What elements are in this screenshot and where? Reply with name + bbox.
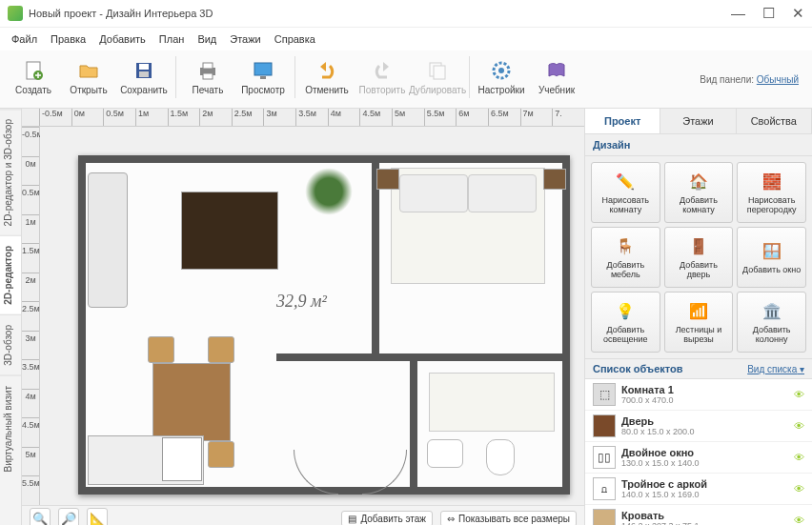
list-view-mode-link[interactable]: Вид списка ▾: [747, 364, 804, 374]
draw-room-button[interactable]: ✏️Нарисовать комнату: [591, 162, 660, 223]
tutorial-label: Учебник: [538, 85, 575, 95]
objects-list: ⬚Комната 1700.0 x 470.0👁 Дверь80.0 x 15.…: [585, 379, 812, 525]
add-room-button[interactable]: 🏠Добавить комнату: [664, 162, 734, 223]
column-icon: 🏛️: [761, 301, 782, 322]
bed-object[interactable]: [391, 168, 545, 284]
svg-rect-3: [139, 64, 149, 70]
toilet-object[interactable]: [486, 439, 515, 475]
add-column-button[interactable]: 🏛️Добавить колонну: [737, 292, 806, 353]
menubar: Файл Правка Добавить План Вид Этажи Спра…: [0, 28, 812, 50]
tab-3d-view[interactable]: 3D-обзор: [0, 314, 21, 375]
add-furniture-button[interactable]: 🪑Добавить мебель: [591, 227, 660, 288]
panel-mode-link[interactable]: Обычный: [757, 74, 799, 85]
menu-file[interactable]: Файл: [6, 31, 43, 47]
draw-partition-button[interactable]: 🧱Нарисовать перегородку: [737, 162, 806, 223]
minimize-button[interactable]: —: [731, 5, 745, 22]
menu-help[interactable]: Справка: [269, 31, 321, 47]
settings-button[interactable]: Настройки: [474, 52, 529, 102]
svg-rect-8: [254, 63, 272, 75]
list-item[interactable]: Дверь80.0 x 15.0 x 200.0👁: [585, 411, 812, 442]
list-item[interactable]: Кровать146.2 x 207.3 x 75.1👁: [585, 505, 812, 525]
menu-view[interactable]: Вид: [192, 31, 222, 47]
floorplan-canvas[interactable]: 32,9 м²: [40, 127, 584, 505]
door-arc[interactable]: [294, 450, 338, 495]
redo-button[interactable]: Повторить: [355, 52, 410, 102]
chair-object[interactable]: [208, 336, 234, 363]
open-button[interactable]: Открыть: [61, 52, 116, 102]
close-button[interactable]: ✕: [792, 5, 804, 22]
tab-2d-3d-combo[interactable]: 2D-редактор и 3D-обзор: [0, 109, 21, 235]
table-object[interactable]: [152, 363, 231, 441]
visibility-icon[interactable]: 👁: [794, 420, 804, 432]
add-floor-button[interactable]: ▤Добавить этаж: [341, 511, 433, 526]
tab-2d-editor[interactable]: 2D-редактор: [0, 235, 21, 314]
menu-add[interactable]: Добавить: [93, 31, 152, 47]
window-title: Новый проект - Дизайн Интерьера 3D: [29, 8, 731, 19]
create-label: Создать: [15, 85, 51, 95]
list-item[interactable]: ⩍Тройное с аркой140.0 x 15.0 x 169.0👁: [585, 474, 812, 505]
door-arc[interactable]: [362, 450, 407, 495]
statusbar: 🔍 🔎 📐 ▤Добавить этаж ⇔Показывать все раз…: [22, 505, 584, 525]
nightstand-object[interactable]: [543, 169, 566, 190]
menu-edit[interactable]: Правка: [45, 31, 91, 47]
visibility-icon[interactable]: 👁: [794, 389, 804, 400]
design-section-title: Дизайн: [585, 134, 812, 156]
list-item[interactable]: ▯▯Двойное окно130.0 x 15.0 x 140.0👁: [585, 442, 812, 474]
list-item[interactable]: ⬚Комната 1700.0 x 470.0👁: [585, 379, 812, 411]
area-label: 32,9 м²: [276, 292, 327, 312]
stairs-icon: 📶: [688, 301, 709, 322]
save-button[interactable]: Сохранить: [116, 52, 172, 102]
bed-icon: [593, 509, 616, 525]
menu-floors[interactable]: Этажи: [224, 31, 266, 47]
visibility-icon[interactable]: 👁: [794, 452, 804, 463]
window-icon: ▯▯: [593, 446, 616, 469]
add-room-icon: 🏠: [688, 172, 709, 192]
tab-floors[interactable]: Этажи: [660, 109, 736, 133]
chair-object[interactable]: [148, 336, 174, 363]
tab-project[interactable]: Проект: [585, 109, 660, 133]
zoom-out-button[interactable]: 🔎: [58, 508, 79, 525]
room-outline[interactable]: 32,9 м²: [78, 155, 570, 495]
tab-virtual-visit[interactable]: Виртуальный визит: [0, 375, 21, 482]
preview-button[interactable]: Просмотр: [235, 52, 291, 102]
print-button[interactable]: Печать: [180, 52, 235, 102]
sofa-object[interactable]: [88, 172, 128, 308]
plant-object[interactable]: [305, 168, 353, 215]
measure-button[interactable]: 📐: [87, 508, 108, 525]
add-door-button[interactable]: 🚪Добавить дверь: [664, 227, 734, 288]
add-window-button[interactable]: 🪟Добавить окно: [737, 227, 806, 288]
rug-object[interactable]: [181, 192, 278, 270]
stairs-icon: ▤: [348, 514, 356, 524]
stairs-cutouts-button[interactable]: 📶Лестницы и вырезы: [664, 292, 734, 353]
visibility-icon[interactable]: 👁: [794, 483, 804, 495]
zoom-in-button[interactable]: 🔍: [30, 508, 51, 525]
show-dimensions-button[interactable]: ⇔Показывать все размеры: [440, 511, 577, 526]
nightstand-object[interactable]: [376, 169, 399, 190]
tab-properties[interactable]: Свойства: [737, 109, 812, 133]
panel-mode: Вид панели: Обычный: [700, 74, 806, 85]
gear-icon: [490, 59, 513, 82]
monitor-icon: [252, 59, 274, 82]
window-icon: 🪟: [761, 241, 782, 262]
save-label: Сохранить: [120, 85, 168, 95]
door-icon: [593, 414, 616, 437]
print-label: Печать: [193, 85, 224, 95]
duplicate-button[interactable]: Дублировать: [410, 52, 465, 102]
duplicate-icon: [426, 59, 449, 82]
visibility-icon[interactable]: 👁: [794, 515, 804, 525]
menu-plan[interactable]: План: [153, 31, 191, 47]
svg-rect-11: [434, 66, 445, 79]
maximize-button[interactable]: ☐: [762, 5, 775, 22]
tutorial-button[interactable]: Учебник: [529, 52, 584, 102]
undo-button[interactable]: Отменить: [299, 52, 355, 102]
create-button[interactable]: Создать: [6, 52, 61, 102]
sink-object[interactable]: [427, 439, 463, 468]
stove-object[interactable]: [162, 437, 202, 481]
redo-icon: [371, 59, 394, 82]
interior-wall[interactable]: [410, 361, 417, 495]
interior-wall[interactable]: [276, 353, 570, 361]
add-lighting-button[interactable]: 💡Добавить освещение: [591, 292, 660, 353]
toolbar: Создать Открыть Сохранить Печать Просмот…: [0, 50, 812, 109]
chair-object[interactable]: [208, 441, 234, 468]
single-bed-object[interactable]: [429, 373, 555, 432]
